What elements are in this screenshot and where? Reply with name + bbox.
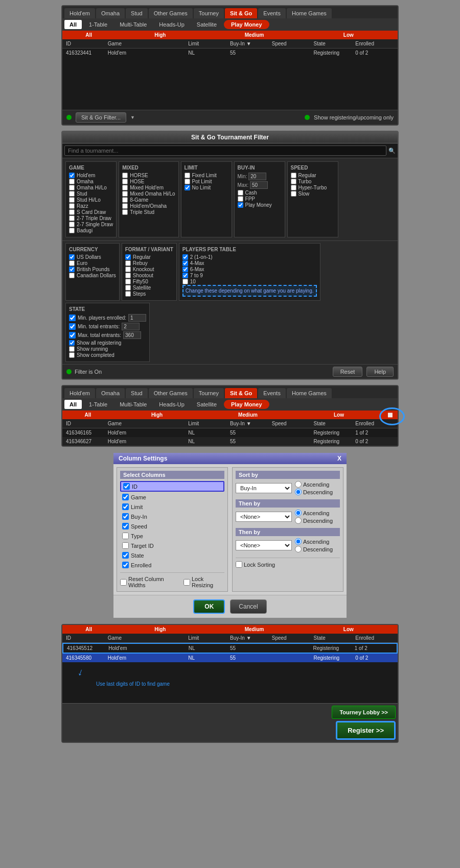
game-razz[interactable]: Razz: [69, 203, 113, 209]
filter2-all[interactable]: All: [64, 412, 111, 418]
lock-resizing-check[interactable]: Lock Resizing: [183, 576, 224, 588]
reset-widths-check[interactable]: Reset Column Widths: [120, 576, 179, 588]
currency-usd[interactable]: US Dollars: [69, 254, 116, 260]
show-registering-btn[interactable]: Show registering/upcoming only: [314, 114, 394, 120]
game-stud[interactable]: Stud: [69, 191, 113, 197]
format-fifty50[interactable]: Fifty50: [125, 279, 173, 284]
then-by1-desc-radio[interactable]: [295, 517, 302, 524]
then-by2-asc-radio[interactable]: [295, 538, 302, 545]
nav-tab-omaha[interactable]: Omaha: [96, 8, 125, 18]
filter-low[interactable]: Low: [302, 32, 396, 38]
sort-by-select[interactable]: Buy-In ID Game Limit Speed State Enrolle…: [236, 483, 292, 493]
limit-no[interactable]: No Limit: [185, 185, 228, 190]
sub-tab-multitable[interactable]: Multi-Table: [114, 20, 152, 29]
mixed-holdem[interactable]: Mixed Hold'em: [122, 185, 175, 190]
col-check-limit[interactable]: [122, 503, 129, 510]
then-by1-select[interactable]: <None> ID Game Limit Buy-In Speed State …: [236, 512, 292, 522]
filter2-medium[interactable]: Medium: [202, 412, 293, 418]
help-button[interactable]: Help: [366, 367, 394, 377]
lock-resizing-checkbox[interactable]: [183, 579, 190, 586]
mixed-hose[interactable]: HOSE: [122, 179, 175, 184]
then-by2-desc[interactable]: Descending: [295, 546, 333, 552]
sort-by-asc[interactable]: Ascending: [295, 481, 333, 488]
state-min-players-check[interactable]: [69, 315, 76, 321]
col-item-targetid[interactable]: Target ID: [120, 541, 224, 550]
then-by2-asc[interactable]: Ascending: [295, 538, 333, 545]
sort-by-desc-radio[interactable]: [295, 489, 302, 495]
mixed-8game[interactable]: 8-Game: [122, 197, 175, 203]
game-scard[interactable]: S Card Draw: [69, 209, 113, 215]
nav-tab2-events[interactable]: Events: [258, 388, 286, 398]
buyin-playmoney[interactable]: Play Money: [238, 202, 282, 208]
nav-tab2-sitgo[interactable]: Sit & Go: [225, 388, 257, 398]
sub-tab-playmoney[interactable]: Play Money: [224, 20, 269, 29]
register-button[interactable]: Register >>: [336, 721, 396, 740]
mixed-triplestud[interactable]: Triple Stud: [122, 209, 175, 215]
currency-cad[interactable]: Canadian Dollars: [69, 273, 116, 278]
mixed-holdemomaha[interactable]: Hold'em/Omaha: [122, 203, 175, 209]
filter5-high[interactable]: High: [113, 626, 207, 633]
filter5-all[interactable]: All: [64, 626, 113, 633]
col-settings-icon[interactable]: ▦: [384, 411, 396, 419]
nav-tab-other[interactable]: Other Games: [149, 8, 193, 18]
format-rebuy[interactable]: Rebuy: [125, 260, 173, 266]
table-row-2a[interactable]: 416346165 Hold'em NL 55 Registering 1 of…: [62, 428, 398, 437]
nav-tab2-holdem[interactable]: Hold'em: [64, 388, 95, 398]
players-2[interactable]: 2 (1-on-1): [182, 254, 317, 260]
col-item-speed[interactable]: Speed: [120, 522, 224, 531]
col-item-id[interactable]: ID: [120, 481, 224, 492]
sub-tab-1table[interactable]: 1-Table: [84, 20, 112, 29]
table-row-5a[interactable]: 416345512 Hold'em NL 55 Registering 1 of…: [62, 643, 398, 654]
game-holdem[interactable]: Hold'em: [69, 173, 113, 178]
col-item-state[interactable]: State: [120, 551, 224, 560]
game-omaha[interactable]: Omaha: [69, 179, 113, 184]
state-min-entrants-check[interactable]: [69, 323, 76, 330]
limit-fixed[interactable]: Fixed Limit: [185, 173, 228, 178]
col-check-targetid[interactable]: [122, 542, 129, 549]
col-check-state[interactable]: [122, 552, 129, 559]
mixed-omahahilo[interactable]: Mixed Omaha Hi/Lo: [122, 191, 175, 197]
reset-widths-checkbox[interactable]: [120, 579, 127, 586]
format-knockout[interactable]: Knockout: [125, 267, 173, 272]
col-check-buyin[interactable]: [122, 513, 129, 520]
table-row[interactable]: 416323441 Hold'em NL 55 Registering 0 of…: [62, 49, 398, 57]
state-show-running[interactable]: Show running: [69, 346, 146, 352]
currency-gbp[interactable]: British Pounds: [69, 267, 116, 272]
format-regular[interactable]: Regular: [125, 254, 173, 260]
currency-euro[interactable]: Euro: [69, 260, 116, 266]
col-check-type[interactable]: [122, 533, 129, 539]
speed-hyperturbo[interactable]: Hyper-Turbo: [291, 185, 335, 190]
dropdown-arrow[interactable]: ▼: [130, 115, 135, 120]
nav-tab2-tourney[interactable]: Tourney: [194, 388, 224, 398]
then-by1-asc[interactable]: Ascending: [295, 510, 333, 516]
col-item-limit[interactable]: Limit: [120, 502, 224, 511]
sub-tab-satellite[interactable]: Satellite: [192, 20, 222, 29]
sort-by-asc-radio[interactable]: [295, 481, 302, 488]
nav-tab-holdem[interactable]: Hold'em: [64, 8, 95, 18]
reset-button[interactable]: Reset: [333, 367, 363, 377]
players-10[interactable]: 10: [182, 279, 317, 284]
col-check-speed[interactable]: [122, 523, 129, 529]
mixed-horse[interactable]: HORSE: [122, 173, 175, 178]
search-input[interactable]: [64, 146, 386, 156]
cancel-button[interactable]: Cancel: [230, 599, 266, 614]
format-steps[interactable]: Steps: [125, 291, 173, 297]
tourney-lobby-button[interactable]: Tourney Lobby >>: [332, 706, 396, 719]
col-item-game[interactable]: Game: [120, 493, 224, 501]
col-item-enrolled[interactable]: Enrolled: [120, 561, 224, 569]
sub-tab2-multitable[interactable]: Multi-Table: [114, 400, 152, 409]
then-by2-select[interactable]: <None> ID Game Limit Buy-In Speed State …: [236, 540, 292, 550]
nav-tab2-homegames[interactable]: Home Games: [287, 388, 332, 398]
then-by1-asc-radio[interactable]: [295, 510, 302, 516]
nav-tab-sitgo[interactable]: Sit & Go: [225, 8, 257, 18]
state-max-entrants-input[interactable]: [123, 331, 141, 339]
format-satellite[interactable]: Satellite: [125, 285, 173, 291]
buyin-fpp[interactable]: FPP: [238, 196, 282, 202]
state-max-entrants-check[interactable]: [69, 332, 76, 339]
game-27triple[interactable]: 2-7 Triple Draw: [69, 215, 113, 221]
lock-sorting-check[interactable]: Lock Sorting: [236, 561, 340, 568]
players-4[interactable]: 4-Max: [182, 260, 317, 266]
format-shootout[interactable]: Shootout: [125, 273, 173, 278]
game-studhilo[interactable]: Stud Hi/Lo: [69, 197, 113, 203]
buyin-cash[interactable]: Cash: [238, 190, 282, 196]
